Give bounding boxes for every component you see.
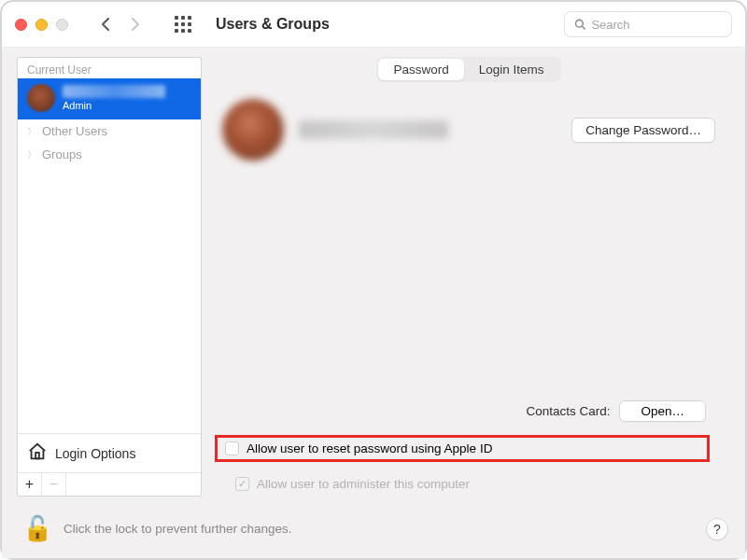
user-name-blurred [63,85,165,98]
big-avatar-icon[interactable] [222,99,284,161]
sidebar: Current User Admin 〉 Other Users 〉 Group… [17,57,202,497]
allow-reset-row: Allow user to reset password using Apple… [215,435,710,462]
allow-reset-label: Allow user to reset password using Apple… [247,441,492,455]
sidebar-user-selected[interactable]: Admin [18,78,201,119]
allow-admin-checkbox: ✓ [235,477,249,491]
minimize-icon[interactable] [35,19,48,31]
sidebar-item-label: Other Users [42,124,107,138]
allow-reset-checkbox[interactable] [225,441,239,455]
user-role: Admin [63,100,165,111]
lock-text: Click the lock to prevent further change… [63,522,695,536]
sidebar-item-groups[interactable]: 〉 Groups [18,143,201,166]
sidebar-item-label: Groups [42,147,82,161]
allow-admin-label: Allow user to administer this computer [257,477,470,491]
lock-icon[interactable]: 🔓 [22,514,52,543]
login-options-label: Login Options [55,446,135,461]
tab-login-items[interactable]: Login Items [464,59,559,80]
traffic-lights [15,19,68,31]
nav-buttons [92,12,148,36]
footer: 🔓 Click the lock to prevent further chan… [2,502,745,558]
main-pane: Password Login Items Change Password… Co… [215,57,730,497]
svg-line-1 [583,26,585,29]
remove-button: − [42,473,66,496]
svg-point-0 [576,20,584,27]
change-password-button[interactable]: Change Password… [571,118,715,143]
avatar-icon [27,84,55,112]
tabs: Password Login Items [376,57,560,82]
tabs-row: Password Login Items [215,57,723,82]
chevron-right-icon: 〉 [27,148,36,161]
chevron-right-icon: 〉 [27,125,36,138]
add-button[interactable]: + [18,473,42,496]
open-contacts-button[interactable]: Open… [619,400,706,422]
big-user-name-blurred [299,120,448,139]
check-icon: ✓ [238,479,247,489]
user-name-block: Admin [63,85,165,111]
contacts-row: Contacts Card: Open… [215,400,706,422]
user-header: Change Password… [215,95,723,161]
all-prefs-icon[interactable] [175,16,191,33]
window: Users & Groups Current User Admin 〉 Othe… [0,0,747,560]
window-title: Users & Groups [216,16,330,33]
tab-password[interactable]: Password [378,59,463,80]
search-field[interactable] [564,11,732,37]
allow-admin-row: ✓ Allow user to administer this computer [228,471,723,497]
add-remove-row: + − [18,472,201,496]
maximize-icon [56,19,68,31]
titlebar: Users & Groups [2,2,745,48]
forward-button [122,12,148,36]
login-options-button[interactable]: Login Options [18,433,201,472]
home-icon [27,441,48,465]
svg-rect-2 [35,453,39,458]
sidebar-header-current-user: Current User [18,58,201,78]
search-icon [574,18,585,31]
contacts-card-label: Contacts Card: [526,404,610,418]
sidebar-item-other-users[interactable]: 〉 Other Users [18,119,201,143]
help-button[interactable]: ? [706,518,728,540]
search-input[interactable] [591,18,722,32]
close-icon[interactable] [15,19,27,31]
back-button[interactable] [92,12,119,36]
body: Current User Admin 〉 Other Users 〉 Group… [2,48,745,502]
